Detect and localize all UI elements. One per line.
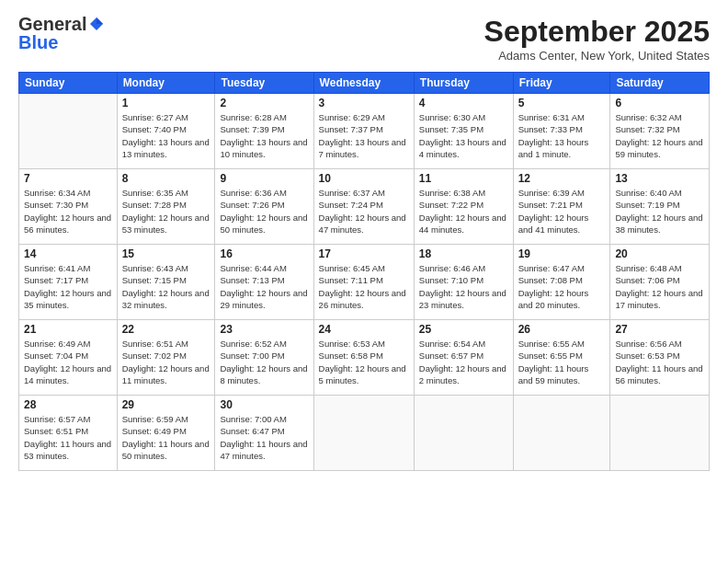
calendar-cell-w4-d5: 25Sunrise: 6:54 AMSunset: 6:57 PMDayligh… (414, 320, 513, 396)
sun-info: Sunrise: 6:40 AMSunset: 7:19 PMDaylight:… (615, 187, 704, 236)
header-saturday: Saturday (610, 73, 710, 94)
day-number: 28 (24, 398, 112, 411)
logo-blue-text: Blue (18, 33, 58, 52)
day-number: 13 (615, 172, 704, 185)
day-number: 16 (220, 247, 308, 260)
week-row-4: 21Sunrise: 6:49 AMSunset: 7:04 PMDayligh… (19, 320, 710, 396)
header-friday: Friday (513, 73, 610, 94)
header-monday: Monday (117, 73, 215, 94)
calendar-cell-w5-d1: 28Sunrise: 6:57 AMSunset: 6:51 PMDayligh… (19, 396, 118, 471)
calendar-cell-w2-d1: 7Sunrise: 6:34 AMSunset: 7:30 PMDaylight… (19, 169, 118, 245)
day-number: 5 (518, 97, 606, 109)
sun-info: Sunrise: 6:39 AMSunset: 7:21 PMDaylight:… (518, 187, 606, 236)
calendar-cell-w5-d7 (610, 396, 710, 471)
calendar-cell-w5-d6 (513, 396, 610, 471)
title-block: September 2025 Adams Center, New York, U… (484, 15, 710, 63)
day-number: 15 (122, 247, 210, 260)
calendar-cell-w1-d1 (19, 94, 118, 169)
sun-info: Sunrise: 6:43 AMSunset: 7:15 PMDaylight:… (122, 262, 210, 311)
calendar-cell-w1-d7: 6Sunrise: 6:32 AMSunset: 7:32 PMDaylight… (610, 94, 710, 169)
sun-info: Sunrise: 6:59 AMSunset: 6:49 PMDaylight:… (122, 413, 210, 462)
svg-marker-1 (97, 17, 103, 24)
sun-info: Sunrise: 7:00 AMSunset: 6:47 PMDaylight:… (220, 413, 308, 462)
day-number: 7 (24, 172, 112, 185)
sun-info: Sunrise: 6:55 AMSunset: 6:55 PMDaylight:… (518, 338, 606, 386)
day-number: 30 (220, 398, 308, 411)
logo: General Blue (18, 15, 105, 52)
header-wednesday: Wednesday (313, 73, 414, 94)
day-number: 17 (319, 247, 409, 260)
calendar-cell-w5-d2: 29Sunrise: 6:59 AMSunset: 6:49 PMDayligh… (117, 396, 215, 471)
calendar-cell-w2-d7: 13Sunrise: 6:40 AMSunset: 7:19 PMDayligh… (610, 169, 710, 245)
day-number: 26 (518, 323, 606, 336)
day-number: 8 (122, 172, 210, 185)
day-number: 24 (319, 323, 409, 336)
day-number: 27 (615, 323, 704, 336)
sun-info: Sunrise: 6:29 AMSunset: 7:37 PMDaylight:… (319, 111, 409, 160)
sun-info: Sunrise: 6:28 AMSunset: 7:39 PMDaylight:… (220, 111, 308, 160)
sun-info: Sunrise: 6:44 AMSunset: 7:13 PMDaylight:… (220, 262, 308, 311)
calendar-cell-w3-d6: 19Sunrise: 6:47 AMSunset: 7:08 PMDayligh… (513, 245, 610, 320)
sun-info: Sunrise: 6:52 AMSunset: 7:00 PMDaylight:… (220, 338, 308, 386)
logo-icon (88, 16, 105, 32)
calendar-header-row: Sunday Monday Tuesday Wednesday Thursday… (19, 73, 710, 94)
calendar-cell-w2-d5: 11Sunrise: 6:38 AMSunset: 7:22 PMDayligh… (414, 169, 513, 245)
calendar-cell-w5-d3: 30Sunrise: 7:00 AMSunset: 6:47 PMDayligh… (215, 396, 313, 471)
week-row-5: 28Sunrise: 6:57 AMSunset: 6:51 PMDayligh… (19, 396, 710, 471)
day-number: 11 (419, 172, 508, 185)
calendar-cell-w4-d7: 27Sunrise: 6:56 AMSunset: 6:53 PMDayligh… (610, 320, 710, 396)
sun-info: Sunrise: 6:31 AMSunset: 7:33 PMDaylight:… (518, 111, 606, 160)
calendar-cell-w3-d7: 20Sunrise: 6:48 AMSunset: 7:06 PMDayligh… (610, 245, 710, 320)
sun-info: Sunrise: 6:32 AMSunset: 7:32 PMDaylight:… (615, 111, 704, 160)
sun-info: Sunrise: 6:30 AMSunset: 7:35 PMDaylight:… (419, 111, 508, 160)
sun-info: Sunrise: 6:27 AMSunset: 7:40 PMDaylight:… (122, 111, 210, 160)
calendar-cell-w1-d2: 1Sunrise: 6:27 AMSunset: 7:40 PMDaylight… (117, 94, 215, 169)
day-number: 10 (319, 172, 409, 185)
day-number: 2 (220, 97, 308, 109)
header-thursday: Thursday (414, 73, 513, 94)
calendar-cell-w4-d3: 23Sunrise: 6:52 AMSunset: 7:00 PMDayligh… (215, 320, 313, 396)
calendar-cell-w2-d2: 8Sunrise: 6:35 AMSunset: 7:28 PMDaylight… (117, 169, 215, 245)
calendar-cell-w1-d4: 3Sunrise: 6:29 AMSunset: 7:37 PMDaylight… (313, 94, 414, 169)
day-number: 4 (419, 97, 508, 109)
calendar-cell-w3-d1: 14Sunrise: 6:41 AMSunset: 7:17 PMDayligh… (19, 245, 118, 320)
day-number: 18 (419, 247, 508, 260)
calendar-cell-w1-d5: 4Sunrise: 6:30 AMSunset: 7:35 PMDaylight… (414, 94, 513, 169)
sun-info: Sunrise: 6:56 AMSunset: 6:53 PMDaylight:… (615, 338, 704, 386)
day-number: 29 (122, 398, 210, 411)
calendar-cell-w3-d2: 15Sunrise: 6:43 AMSunset: 7:15 PMDayligh… (117, 245, 215, 320)
day-number: 23 (220, 323, 308, 336)
week-row-2: 7Sunrise: 6:34 AMSunset: 7:30 PMDaylight… (19, 169, 710, 245)
calendar-cell-w4-d2: 22Sunrise: 6:51 AMSunset: 7:02 PMDayligh… (117, 320, 215, 396)
sun-info: Sunrise: 6:57 AMSunset: 6:51 PMDaylight:… (24, 413, 112, 462)
header-tuesday: Tuesday (215, 73, 313, 94)
sun-info: Sunrise: 6:35 AMSunset: 7:28 PMDaylight:… (122, 187, 210, 236)
calendar-cell-w5-d5 (414, 396, 513, 471)
calendar-cell-w1-d3: 2Sunrise: 6:28 AMSunset: 7:39 PMDaylight… (215, 94, 313, 169)
sun-info: Sunrise: 6:36 AMSunset: 7:26 PMDaylight:… (220, 187, 308, 236)
day-number: 22 (122, 323, 210, 336)
day-number: 9 (220, 172, 308, 185)
day-number: 19 (518, 247, 606, 260)
sun-info: Sunrise: 6:46 AMSunset: 7:10 PMDaylight:… (419, 262, 508, 311)
sun-info: Sunrise: 6:45 AMSunset: 7:11 PMDaylight:… (319, 262, 409, 311)
page: General Blue September 2025 Adams Center… (0, 0, 728, 563)
day-number: 25 (419, 323, 508, 336)
month-title: September 2025 (484, 15, 710, 49)
calendar-cell-w2-d6: 12Sunrise: 6:39 AMSunset: 7:21 PMDayligh… (513, 169, 610, 245)
sun-info: Sunrise: 6:41 AMSunset: 7:17 PMDaylight:… (24, 262, 112, 311)
header: General Blue September 2025 Adams Center… (18, 15, 710, 63)
logo-general-text: General (18, 15, 86, 33)
calendar-cell-w3-d3: 16Sunrise: 6:44 AMSunset: 7:13 PMDayligh… (215, 245, 313, 320)
sun-info: Sunrise: 6:49 AMSunset: 7:04 PMDaylight:… (24, 338, 112, 386)
calendar-cell-w4-d4: 24Sunrise: 6:53 AMSunset: 6:58 PMDayligh… (313, 320, 414, 396)
sun-info: Sunrise: 6:47 AMSunset: 7:08 PMDaylight:… (518, 262, 606, 311)
week-row-1: 1Sunrise: 6:27 AMSunset: 7:40 PMDaylight… (19, 94, 710, 169)
sun-info: Sunrise: 6:54 AMSunset: 6:57 PMDaylight:… (419, 338, 508, 386)
day-number: 21 (24, 323, 112, 336)
calendar-cell-w3-d4: 17Sunrise: 6:45 AMSunset: 7:11 PMDayligh… (313, 245, 414, 320)
sun-info: Sunrise: 6:34 AMSunset: 7:30 PMDaylight:… (24, 187, 112, 236)
sun-info: Sunrise: 6:38 AMSunset: 7:22 PMDaylight:… (419, 187, 508, 236)
day-number: 3 (319, 97, 409, 109)
week-row-3: 14Sunrise: 6:41 AMSunset: 7:17 PMDayligh… (19, 245, 710, 320)
